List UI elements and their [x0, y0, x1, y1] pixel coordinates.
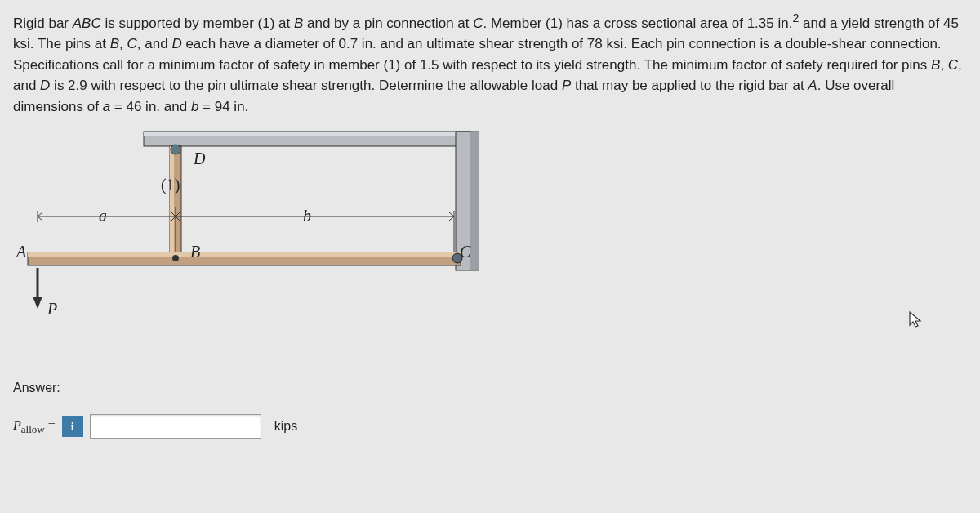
- label-D: D: [194, 146, 205, 171]
- answer-heading: Answer:: [13, 378, 967, 398]
- var-a: a: [103, 99, 110, 114]
- text: and by a pin connection at: [303, 16, 473, 31]
- text: = 94 in.: [198, 99, 248, 114]
- var-abc: ABC: [73, 16, 101, 31]
- diagram-svg: [13, 125, 487, 354]
- text: , and: [137, 36, 172, 51]
- problem-statement: Rigid bar ABC is supported by member (1)…: [13, 10, 967, 117]
- label-member-1: (1): [161, 172, 180, 197]
- answer-row: Pallow = i kips: [13, 414, 967, 439]
- svg-rect-3: [470, 132, 479, 270]
- var-B: B: [931, 57, 940, 73]
- text: that may be applied to the rigid bar at: [571, 78, 808, 93]
- label-P: P: [47, 297, 57, 321]
- svg-point-9: [172, 255, 179, 261]
- label-dim-a: a: [99, 203, 107, 228]
- var-D: D: [40, 78, 50, 93]
- text: ,: [940, 57, 947, 73]
- label-B: B: [190, 239, 200, 264]
- svg-rect-1: [144, 132, 470, 136]
- pallow-subscript: allow: [21, 423, 45, 435]
- pallow-p: P: [13, 418, 21, 432]
- info-icon[interactable]: i: [62, 416, 83, 437]
- var-P: P: [562, 78, 571, 93]
- text: ,: [119, 36, 127, 51]
- var-b: b: [191, 99, 198, 114]
- var-C: C: [127, 36, 137, 51]
- equals-sign: =: [45, 418, 56, 432]
- text: = 46 in. and: [110, 99, 191, 114]
- text: is 2.9 with respect to the pin ultimate …: [50, 78, 562, 93]
- unit-label: kips: [274, 417, 297, 436]
- cursor-icon: [908, 310, 923, 335]
- var-D: D: [172, 36, 181, 51]
- text: . Member (1) has a cross sectional area …: [483, 16, 793, 31]
- svg-point-6: [171, 145, 180, 154]
- text: is supported by member (1) at: [101, 16, 294, 31]
- svg-marker-19: [33, 297, 42, 309]
- var-C: C: [473, 16, 483, 31]
- label-dim-b: b: [303, 203, 311, 228]
- text: Rigid bar: [13, 16, 73, 31]
- svg-rect-8: [28, 252, 461, 256]
- var-A: A: [808, 78, 817, 93]
- var-B: B: [294, 16, 303, 31]
- problem-diagram: D (1) a b A B C P: [13, 125, 487, 354]
- var-B: B: [110, 36, 119, 51]
- var-C: C: [948, 57, 958, 73]
- label-A: A: [16, 239, 26, 264]
- pallow-label: Pallow =: [13, 416, 56, 438]
- answer-section: Answer: Pallow = i kips: [13, 378, 967, 439]
- pallow-input[interactable]: [90, 414, 261, 439]
- svg-rect-5: [170, 146, 174, 252]
- label-C: C: [460, 239, 470, 264]
